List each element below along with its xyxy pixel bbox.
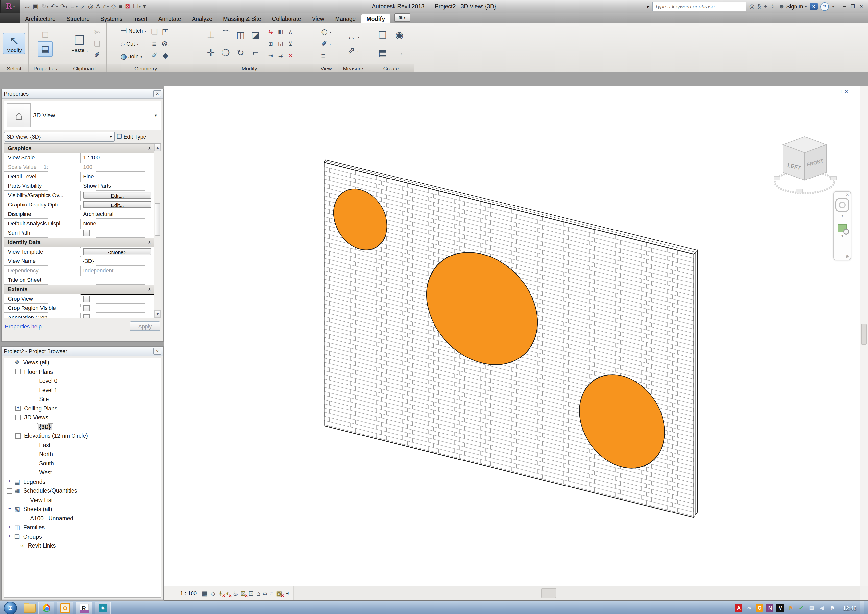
tree-expander[interactable] [24, 379, 29, 383]
sync-icon[interactable]: ↻ ▾ [40, 2, 49, 11]
property-row[interactable]: Discipline » Architectural Architectural [5, 210, 154, 219]
tree-item[interactable]: Level 0 [5, 376, 161, 385]
minimize-button[interactable]: ─ [841, 3, 848, 10]
tree-item-label[interactable]: Revit Links [26, 543, 57, 549]
ribbon-tab[interactable]: Structure [61, 14, 95, 23]
chevron-down-icon[interactable]: ▾ [155, 113, 157, 118]
tree-item-label[interactable]: Sheets (all) [22, 506, 54, 512]
unpin-icon[interactable]: ⊼ [288, 28, 293, 35]
tree-item-label[interactable]: {3D} [37, 424, 52, 430]
create-group-icon[interactable]: ❏ [378, 29, 387, 40]
create-assembly-icon[interactable]: ◉ [395, 29, 403, 40]
close-button[interactable]: ✕ [858, 3, 865, 10]
shadows-off-icon[interactable]: ◐ [226, 589, 230, 597]
crop-region-icon[interactable]: ⊡ [248, 589, 254, 597]
view-close-button[interactable]: ✕ [845, 89, 848, 94]
detail-level-icon[interactable]: ▦ [202, 589, 208, 597]
tree-expander[interactable]: − [16, 415, 21, 420]
tree-item-label[interactable]: Families [22, 525, 46, 530]
tree-expander[interactable] [24, 443, 29, 448]
tree-item-label[interactable]: View List [29, 497, 54, 503]
tree-item[interactable]: South [5, 459, 161, 468]
properties-palette-toggle-button[interactable]: ▤ [37, 41, 53, 57]
tree-expander[interactable] [24, 397, 29, 401]
rendering-dialog-icon[interactable]: ♨ [232, 589, 238, 597]
tree-item-label[interactable]: Legends [22, 479, 47, 485]
tree-expander[interactable] [24, 452, 29, 457]
unjoin-icon[interactable]: ⊗▾ [161, 39, 169, 48]
help-chevron-icon[interactable]: ▾ [832, 5, 834, 8]
volume-tray-icon[interactable]: ◀ [818, 604, 826, 611]
ribbon-tab[interactable]: Annotate [153, 14, 186, 23]
analytical-model-off-icon[interactable]: ▩ [276, 589, 282, 597]
search-icon[interactable]: ◎ [749, 3, 755, 10]
tree-item[interactable]: Site [5, 395, 161, 404]
tree-item-label[interactable]: East [37, 442, 52, 448]
text-icon[interactable]: A [95, 2, 102, 11]
switch-windows-icon[interactable]: ❐ ▾ [132, 2, 141, 11]
property-row[interactable]: Extents » [5, 285, 154, 294]
paste-button[interactable]: ❐ Paste ▾ [68, 33, 91, 54]
ribbon-tab[interactable]: Modify [361, 14, 390, 23]
collapse-chevron-icon[interactable]: » [146, 146, 152, 149]
alert-tray-icon[interactable]: ⚑ [787, 604, 795, 611]
pin-icon[interactable]: ⊻ [288, 40, 293, 47]
save-icon[interactable]: ▣ [32, 2, 40, 11]
temporary-hide-isolate-icon[interactable]: ◌ [270, 589, 273, 597]
view-bar-collapse-icon[interactable]: ◂ [286, 591, 288, 596]
lock-3d-view-icon[interactable]: ⌂ [256, 589, 260, 597]
apply-button[interactable]: Apply [130, 321, 160, 331]
vertical-scrollbar[interactable] [860, 86, 868, 586]
tree-item[interactable]: East [5, 440, 161, 449]
taskbar-teal-app-button[interactable]: ◈ [95, 602, 111, 614]
steering-wheel-icon[interactable] [835, 198, 849, 212]
scroll-up-icon[interactable]: ▲ [154, 144, 161, 151]
element-selector-dropdown[interactable]: 3D View: {3D} ▾ [4, 132, 115, 141]
action-center-tray-icon[interactable]: ⚑ [829, 604, 836, 611]
match-type-icon[interactable]: ✐ [94, 51, 101, 59]
navbar-close-icon[interactable]: ✕ [846, 193, 849, 197]
project-browser-titlebar[interactable]: Project2 - Project Browser ✕ [2, 347, 163, 356]
ribbon-tab[interactable]: Insert [128, 14, 153, 23]
geometry-panel-label[interactable]: Geometry [107, 64, 184, 72]
tree-expander[interactable] [24, 461, 29, 466]
tree-item[interactable]: West [5, 468, 161, 477]
scrollbar-thumb[interactable] [861, 324, 866, 345]
ribbon-tab[interactable]: Manage [330, 14, 361, 23]
taskbar-revit-button[interactable]: R [76, 602, 92, 614]
close-hidden-windows-icon[interactable]: ⊠ [124, 2, 132, 11]
measure-qat-icon[interactable]: ↔ ▾ [69, 2, 79, 11]
tree-item-label[interactable]: North [37, 451, 54, 457]
tree-item[interactable]: − 3D Views [5, 413, 161, 422]
measure-panel-label[interactable]: Measure [338, 64, 368, 72]
reveal-hidden-icon[interactable]: ∞ [263, 589, 268, 597]
tree-item[interactable]: − Elevations (12mm Circle) [5, 431, 161, 440]
create-parts-icon[interactable]: ▤ [378, 47, 387, 58]
property-row[interactable]: View Template » <None> <None> [5, 247, 154, 256]
property-row[interactable]: Parts Visibility » Show Parts Show Parts [5, 181, 154, 191]
linework-icon[interactable]: ≡ [321, 50, 328, 61]
join-button[interactable]: ◍ Join ▾ [121, 51, 146, 62]
wall-3d-view[interactable] [164, 86, 860, 586]
taskbar-chrome-button[interactable] [38, 602, 54, 614]
scale-icon[interactable]: ◱ [278, 40, 283, 47]
adobe-tray-icon[interactable]: A [735, 604, 742, 611]
delete-icon[interactable]: ✕ [288, 52, 293, 59]
tree-item-label[interactable]: Elevations (12mm Circle) [23, 433, 89, 439]
modify-panel-label[interactable]: Modify [185, 64, 314, 72]
edit-button[interactable]: <None> [83, 248, 152, 255]
redo-icon[interactable]: ↷ ▾ [59, 2, 68, 11]
ribbon-tab[interactable]: Systems [95, 14, 128, 23]
printer-ok-tray-icon[interactable]: ✔ [797, 604, 805, 611]
tree-expander[interactable]: − [7, 360, 12, 365]
property-row[interactable]: Crop View » [5, 294, 154, 303]
properties-scrollbar[interactable]: ▲ ≡ ▼ [154, 144, 161, 318]
edit-type-button[interactable]: ❒ Edit Type [117, 133, 146, 140]
copy-element-icon[interactable]: ❍ [222, 47, 230, 58]
demolish-icon[interactable]: ◆ [162, 51, 169, 60]
measure-icon[interactable]: ↔ ▾ [347, 31, 359, 43]
sign-in-button[interactable]: ☻ Sign In ▾ [778, 3, 807, 10]
taskbar-outlook-button[interactable]: O [57, 602, 73, 614]
property-row[interactable]: View Name » {3D} {3D} [5, 256, 154, 266]
sun-path-off-icon[interactable]: ☀ [218, 589, 223, 597]
